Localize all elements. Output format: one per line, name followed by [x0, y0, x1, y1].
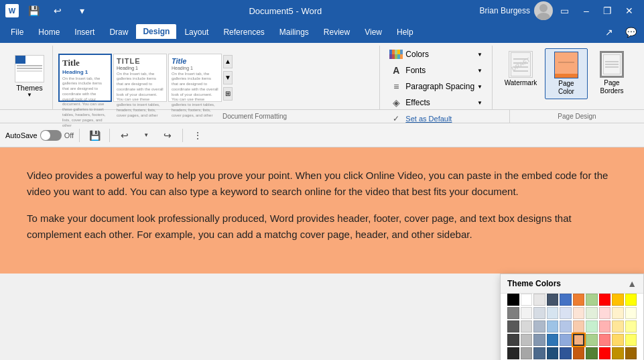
theme-color-0-7[interactable] — [599, 294, 611, 306]
menu-home[interactable]: Home — [31, 25, 66, 40]
menu-layout[interactable]: Layout — [178, 25, 215, 40]
theme-color-2-6[interactable] — [586, 320, 598, 333]
menu-draw[interactable]: Draw — [103, 25, 135, 40]
theme-color-0-1[interactable] — [521, 294, 533, 306]
scroll-up-btn[interactable]: ▲ — [223, 55, 233, 68]
effects-button[interactable]: ◈ Effects ▼ — [385, 95, 487, 110]
theme-color-0-6[interactable] — [586, 294, 598, 306]
ribbon-display-btn[interactable]: ▭ — [556, 1, 574, 20]
theme-color-3-6[interactable] — [586, 334, 598, 346]
effects-icon: ◈ — [389, 97, 403, 108]
theme-color-0-2[interactable] — [533, 294, 545, 306]
theme-color-1-7[interactable] — [599, 307, 611, 319]
para-spacing-icon: ≡ — [389, 81, 403, 92]
theme-color-4-2[interactable] — [533, 347, 545, 359]
undo-btn[interactable]: ↩ — [115, 126, 134, 145]
redo-btn[interactable]: ↪ — [158, 126, 177, 145]
svg-point-0 — [539, 4, 548, 12]
theme-color-4-9[interactable] — [625, 347, 637, 359]
theme-color-1-0[interactable] — [507, 307, 519, 319]
menu-view[interactable]: View — [358, 25, 389, 40]
theme-color-4-8[interactable] — [612, 347, 624, 359]
theme-color-0-5[interactable] — [573, 294, 585, 306]
menu-file[interactable]: File — [4, 25, 30, 40]
theme-color-4-3[interactable] — [547, 347, 559, 359]
theme-color-0-8[interactable] — [612, 294, 624, 306]
menu-design[interactable]: Design — [136, 24, 176, 40]
comments-btn[interactable]: 💬 — [621, 23, 640, 42]
undo-dropdown-btn[interactable]: ▼ — [137, 126, 155, 145]
theme-color-1-4[interactable] — [560, 307, 572, 319]
scroll-expand-btn[interactable]: ⊞ — [223, 87, 233, 101]
menu-review[interactable]: Review — [317, 25, 357, 40]
theme-color-1-1[interactable] — [521, 307, 533, 319]
theme-color-1-9[interactable] — [625, 307, 637, 319]
theme-color-4-5[interactable] — [573, 347, 585, 359]
fonts-button[interactable]: A Fonts ▼ — [385, 63, 487, 78]
colors-fonts-group: Colors ▼ A Fonts ▼ ≡ Paragraph Spacing ▼… — [380, 46, 493, 109]
theme-color-4-0[interactable] — [507, 347, 519, 359]
theme-color-1-2[interactable] — [533, 307, 545, 319]
theme-color-3-5[interactable] — [573, 334, 585, 346]
set-default-button[interactable]: ✓ Set as Default — [385, 111, 487, 126]
theme-color-3-2[interactable] — [533, 334, 545, 346]
theme-color-2-1[interactable] — [521, 320, 533, 333]
page-color-button[interactable]: PageColor — [545, 48, 588, 99]
page-borders-label: PageBorders — [600, 79, 623, 95]
thumb3-text: On the Insert tab, the galleries include… — [172, 72, 218, 119]
doc-theme-2[interactable]: TITLE Heading 1 On the Insert tab, the g… — [113, 54, 167, 102]
theme-color-3-9[interactable] — [625, 334, 637, 346]
theme-color-3-7[interactable] — [599, 334, 611, 346]
watermark-button[interactable]: DRAFT Watermark — [499, 48, 542, 99]
theme-color-2-0[interactable] — [507, 320, 519, 333]
doc-theme-3[interactable]: Title Heading 1 On the Insert tab, the g… — [168, 54, 222, 102]
theme-color-3-4[interactable] — [560, 334, 572, 346]
menu-help[interactable]: Help — [390, 25, 420, 40]
theme-color-row-4 — [507, 347, 637, 359]
theme-color-4-1[interactable] — [521, 347, 533, 359]
theme-color-0-9[interactable] — [625, 294, 637, 306]
theme-color-2-4[interactable] — [560, 320, 572, 333]
theme-color-1-6[interactable] — [586, 307, 598, 319]
theme-color-2-3[interactable] — [547, 320, 559, 333]
themes-button[interactable]: Themes ▼ — [9, 52, 50, 101]
theme-color-2-7[interactable] — [599, 320, 611, 333]
theme-color-4-7[interactable] — [599, 347, 611, 359]
minimize-btn[interactable]: – — [577, 1, 596, 20]
theme-color-4-6[interactable] — [586, 347, 598, 359]
undo-title-btn[interactable]: ↩ — [48, 1, 67, 20]
paragraph-spacing-button[interactable]: ≡ Paragraph Spacing ▼ — [385, 79, 487, 94]
restore-btn[interactable]: ❐ — [598, 1, 617, 20]
menu-references[interactable]: References — [216, 25, 271, 40]
theme-color-1-8[interactable] — [612, 307, 624, 319]
theme-color-4-4[interactable] — [560, 347, 572, 359]
color-picker-close[interactable]: ▲ — [627, 278, 637, 289]
share-btn[interactable]: ↗ — [600, 23, 619, 42]
ribbon: Themes ▼ Title Heading 1 On the Insert t… — [0, 43, 644, 110]
theme-color-0-3[interactable] — [547, 294, 559, 306]
theme-color-2-9[interactable] — [625, 320, 637, 333]
colors-button[interactable]: Colors ▼ — [385, 47, 487, 62]
menu-insert[interactable]: Insert — [68, 25, 101, 40]
theme-color-3-1[interactable] — [521, 334, 533, 346]
autosave-toggle[interactable] — [40, 130, 62, 141]
doc-theme-1[interactable]: Title Heading 1 On the Insert tab, the g… — [58, 54, 112, 102]
theme-color-3-0[interactable] — [507, 334, 519, 346]
scroll-down-btn[interactable]: ▼ — [223, 71, 233, 84]
page-borders-button[interactable]: PageBorders — [590, 48, 633, 99]
theme-color-3-8[interactable] — [612, 334, 624, 346]
theme-color-1-5[interactable] — [573, 307, 585, 319]
theme-color-2-8[interactable] — [612, 320, 624, 333]
theme-color-0-0[interactable] — [507, 294, 519, 306]
theme-color-2-2[interactable] — [533, 320, 545, 333]
theme-color-3-3[interactable] — [547, 334, 559, 346]
quick-save-btn[interactable]: 💾 — [24, 1, 43, 20]
customize-btn[interactable]: ▾ — [72, 1, 91, 20]
save-btn[interactable]: 💾 — [85, 126, 104, 145]
theme-color-2-5[interactable] — [573, 320, 585, 333]
theme-color-1-3[interactable] — [547, 307, 559, 319]
theme-color-0-4[interactable] — [560, 294, 572, 306]
menu-mailings[interactable]: Mailings — [273, 25, 316, 40]
close-btn[interactable]: ✕ — [620, 1, 639, 20]
customize-toolbar-btn[interactable]: ⋮ — [188, 126, 207, 145]
